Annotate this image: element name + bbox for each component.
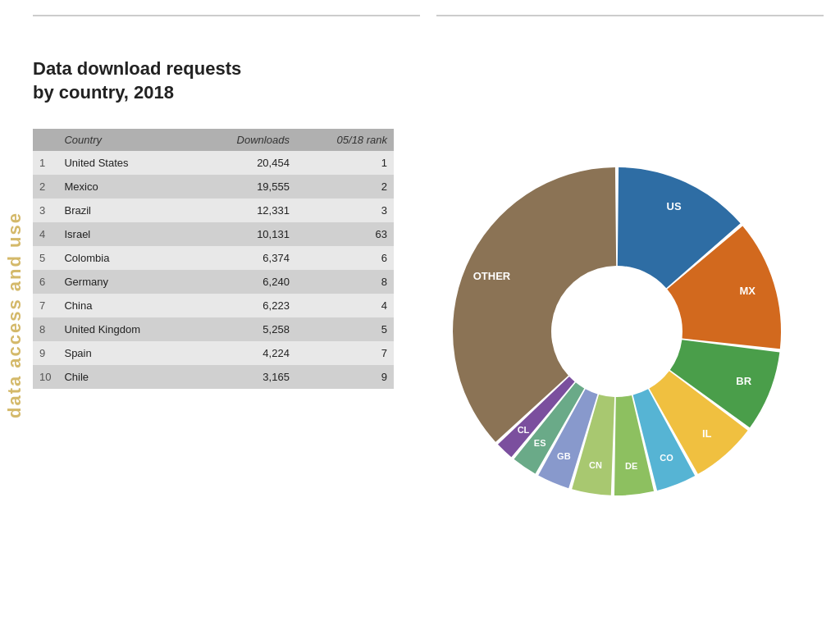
table-row: 1 United States 20,454 1 xyxy=(33,151,394,175)
vertical-label-text: data access and use xyxy=(4,212,25,418)
cell-downloads: 10,131 xyxy=(194,222,296,246)
cell-rank: 8 xyxy=(296,270,394,294)
cell-rank: 2 xyxy=(296,175,394,199)
cell-country: United Kingdom xyxy=(57,317,194,341)
label-es: ES xyxy=(534,438,546,448)
divider-right xyxy=(436,15,824,16)
cell-rank: 63 xyxy=(296,222,394,246)
cell-index: 9 xyxy=(33,341,57,365)
cell-downloads: 6,240 xyxy=(194,270,296,294)
table-header-row: Country Downloads 05/18 rank xyxy=(33,129,394,151)
cell-rank: 3 xyxy=(296,199,394,222)
cell-country: Mexico xyxy=(57,175,194,199)
cell-downloads: 6,374 xyxy=(194,246,296,270)
cell-rank: 1 xyxy=(296,151,394,175)
table-row: 2 Mexico 19,555 2 xyxy=(33,175,394,199)
right-panel: USMXBRILCODECNGBESCLOTHER xyxy=(410,33,824,614)
col-country: Country xyxy=(57,129,194,151)
cell-downloads: 6,223 xyxy=(194,294,296,317)
cell-index: 3 xyxy=(33,199,57,222)
table-row: 9 Spain 4,224 7 xyxy=(33,341,394,365)
cell-index: 8 xyxy=(33,317,57,341)
cell-index: 1 xyxy=(33,151,57,175)
table-body: 1 United States 20,454 1 2 Mexico 19,555… xyxy=(33,151,394,389)
table-row: 7 China 6,223 4 xyxy=(33,294,394,317)
cell-index: 5 xyxy=(33,246,57,270)
label-us: US xyxy=(667,200,682,212)
col-downloads: Downloads xyxy=(194,129,296,151)
table-row: 6 Germany 6,240 8 xyxy=(33,270,394,294)
table-row: 3 Brazil 12,331 3 xyxy=(33,199,394,222)
vertical-label: data access and use xyxy=(0,0,30,630)
donut-chart-container: USMXBRILCODECNGBESCLOTHER xyxy=(445,159,789,504)
main-content: Data download requests by country, 2018 … xyxy=(33,33,824,614)
cell-country: Israel xyxy=(57,222,194,246)
chart-title: Data download requests by country, 2018 xyxy=(33,57,394,104)
table-row: 8 United Kingdom 5,258 5 xyxy=(33,317,394,341)
cell-downloads: 4,224 xyxy=(194,341,296,365)
cell-country: United States xyxy=(57,151,194,175)
cell-rank: 6 xyxy=(296,246,394,270)
donut-chart: USMXBRILCODECNGBESCLOTHER xyxy=(445,159,789,504)
top-dividers xyxy=(33,15,824,16)
label-de: DE xyxy=(625,461,637,471)
label-other: OTHER xyxy=(473,270,511,282)
label-cl: CL xyxy=(518,425,530,435)
label-br: BR xyxy=(736,375,751,387)
cell-rank: 5 xyxy=(296,317,394,341)
table-row: 5 Colombia 6,374 6 xyxy=(33,246,394,270)
cell-rank: 7 xyxy=(296,341,394,365)
label-co: CO xyxy=(660,453,673,463)
cell-country: Spain xyxy=(57,341,194,365)
cell-downloads: 5,258 xyxy=(194,317,296,341)
cell-index: 4 xyxy=(33,222,57,246)
label-mx: MX xyxy=(739,285,756,297)
label-gb: GB xyxy=(557,451,571,461)
cell-country: Chile xyxy=(57,365,194,389)
col-index xyxy=(33,129,57,151)
cell-index: 10 xyxy=(33,365,57,389)
col-rank: 05/18 rank xyxy=(296,129,394,151)
cell-country: Brazil xyxy=(57,199,194,222)
cell-rank: 4 xyxy=(296,294,394,317)
divider-left xyxy=(33,15,420,16)
cell-downloads: 12,331 xyxy=(194,199,296,222)
table-row: 10 Chile 3,165 9 xyxy=(33,365,394,389)
label-cn: CN xyxy=(589,460,602,470)
left-panel: Data download requests by country, 2018 … xyxy=(33,33,394,614)
cell-rank: 9 xyxy=(296,365,394,389)
cell-downloads: 19,555 xyxy=(194,175,296,199)
cell-downloads: 3,165 xyxy=(194,365,296,389)
cell-downloads: 20,454 xyxy=(194,151,296,175)
cell-country: Colombia xyxy=(57,246,194,270)
cell-country: China xyxy=(57,294,194,317)
label-il: IL xyxy=(702,427,712,440)
cell-index: 2 xyxy=(33,175,57,199)
cell-index: 6 xyxy=(33,270,57,294)
data-table: Country Downloads 05/18 rank 1 United St… xyxy=(33,129,394,389)
cell-country: Germany xyxy=(57,270,194,294)
table-row: 4 Israel 10,131 63 xyxy=(33,222,394,246)
cell-index: 7 xyxy=(33,294,57,317)
